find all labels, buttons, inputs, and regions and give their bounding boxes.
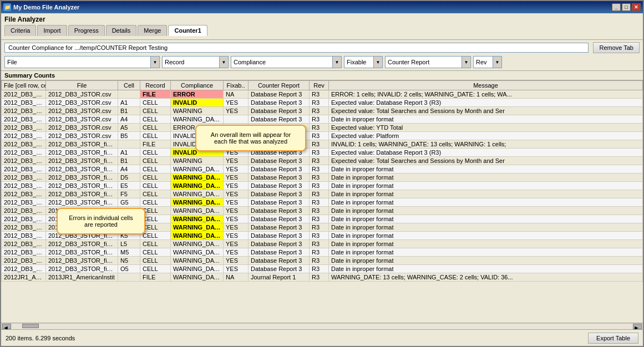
table-cell: CELL: [140, 165, 171, 174]
counter-report-filter-arrow[interactable]: ▼: [462, 57, 470, 68]
table-cell: 2012_DB3_JST...: [2, 190, 46, 198]
table-cell: R3: [310, 157, 329, 165]
tab-import[interactable]: Import: [37, 25, 67, 36]
table-cell: R3: [310, 107, 329, 115]
file-filter-arrow[interactable]: ▼: [150, 57, 159, 68]
table-cell: 2012_DB3_JSTOR.csv: [46, 99, 118, 107]
table-cell: INVALID: [171, 99, 224, 107]
table-row[interactable]: 2012_DB3_JST...2012_DB3_JSTOR.csvA4CELLW…: [2, 115, 643, 124]
table-row[interactable]: 2012_DB3_JST...2012_DB3_JSTOR_fix.csvA4C…: [2, 165, 643, 174]
table-cell: Expected value: Total Searches and Sessi…: [329, 107, 643, 115]
table-cell: M5: [118, 248, 140, 257]
table-cell: 2012_DB3_JST...: [2, 207, 46, 215]
table-cell: WARNING_DATE: [171, 115, 224, 124]
table-cell: FILE: [140, 273, 171, 282]
table-cell: WARNING_DATE: [171, 257, 224, 265]
table-cell: Date in inproper format: [329, 232, 643, 240]
table-row[interactable]: 2012_DB3_JST...2012_DB3_JSTOR.csvB5CELLI…: [2, 132, 643, 140]
fixable-filter-text: Fixable: [344, 58, 373, 67]
table-row[interactable]: 2012_DB3_JST...2012_DB3_JSTOR_fix.csvB1C…: [2, 157, 643, 165]
table-cell: WARNING_DATE: [171, 273, 224, 282]
fixable-filter[interactable]: Fixable ▼: [344, 56, 383, 68]
table-row[interactable]: 2012_DB3_JST...2012_DB3_JSTOR_fix.csvO5C…: [2, 265, 643, 273]
rev-filter[interactable]: Rev ▼: [473, 56, 502, 68]
table-cell: 2012_DB3_JST...: [2, 257, 46, 265]
table-cell: R3: [310, 99, 329, 107]
table-cell: R3: [310, 265, 329, 273]
table-cell: R3: [310, 223, 329, 232]
table-cell: [118, 90, 140, 99]
table-cell: 2012_DB3_JST...: [2, 149, 46, 157]
export-table-button[interactable]: Export Table: [588, 333, 638, 344]
tab-counter1[interactable]: Counter1: [168, 25, 207, 36]
table-row[interactable]: 2012_DB3_JST...2012_DB3_JSTOR_fix.csvFIL…: [2, 140, 643, 149]
table-cell: WARNING_DATE: [171, 223, 224, 232]
table-cell: CELL: [140, 240, 171, 248]
scroll-track[interactable]: [11, 324, 633, 329]
maximize-button[interactable]: □: [622, 3, 631, 11]
col-header-message: Message: [329, 81, 643, 90]
table-row[interactable]: 2012_DB3_JST...2012_DB3_JSTOR_fix.csvM5C…: [2, 248, 643, 257]
tab-criteria[interactable]: Criteria: [4, 25, 36, 36]
table-cell: 2012_DB3_JST...: [2, 232, 46, 240]
table-row[interactable]: 2012_DB3_JST...2012_DB3_JSTOR.csvFILEERR…: [2, 90, 643, 99]
table-cell: 2012_DB3_JST...: [2, 198, 46, 207]
table-cell: R3: [310, 240, 329, 248]
table-row[interactable]: 2012_DB3_JST...2012_DB3_JSTOR.csvB1CELLW…: [2, 107, 643, 115]
close-button[interactable]: ✕: [632, 3, 641, 11]
table-row[interactable]: 2012_DB3_JST...2012_DB3_JSTOR_fix.csvG5C…: [2, 198, 643, 207]
rev-filter-arrow[interactable]: ▼: [493, 57, 501, 68]
table-row[interactable]: 2012JR1_Amer...2013JR1_AmericanInstitFIL…: [2, 273, 643, 282]
record-filter-arrow[interactable]: ▼: [219, 57, 228, 68]
table-row[interactable]: 2012_DB3_JST...2012_DB3_JSTOR.csvA1CELLI…: [2, 99, 643, 107]
table-cell: 2012_DB3_JST...: [2, 157, 46, 165]
table-cell: Date in inproper format: [329, 257, 643, 265]
scroll-right-btn[interactable]: ►: [633, 324, 642, 329]
table-cell: A5: [118, 124, 140, 132]
minimize-button[interactable]: _: [612, 3, 621, 11]
table-cell: 2013JR1_AmericanInstit: [46, 273, 118, 282]
table-cell: 2012_DB3_JSTOR.csv: [46, 90, 118, 99]
table-row[interactable]: 2012_DB3_JST...2012_DB3_JSTOR_fix.csvA1C…: [2, 149, 643, 157]
table-cell: [118, 273, 140, 282]
toolbar-area: File Analyzer Criteria Import Progress D…: [1, 13, 643, 40]
tab-merge[interactable]: Merge: [138, 25, 167, 36]
compliance-filter-arrow[interactable]: ▼: [332, 57, 341, 68]
table-row[interactable]: 2012_DB3_JST...2012_DB3_JSTOR.csvA5CELLE…: [2, 124, 643, 132]
table-cell: Date in inproper format: [329, 165, 643, 174]
table-cell: D5: [118, 174, 140, 182]
fixable-filter-arrow[interactable]: ▼: [373, 57, 382, 68]
tab-progress[interactable]: Progress: [68, 25, 105, 36]
horizontal-scrollbar[interactable]: ◄ ►: [1, 323, 643, 329]
record-filter[interactable]: Record ▼: [162, 56, 229, 68]
compliance-filter[interactable]: Compliance ▼: [231, 56, 342, 68]
remove-tab-button[interactable]: Remove Tab: [593, 42, 640, 53]
table-cell: 2012_DB3_JST...: [2, 132, 46, 140]
path-row: Counter Compliance for .../temp/COUNTER …: [4, 42, 640, 53]
table-row[interactable]: 2012_DB3_JST...2012_DB3_JSTOR_fix.csvN5C…: [2, 257, 643, 265]
table-cell: WARNING_DATE: [171, 240, 224, 248]
table-row[interactable]: 2012_DB3_JST...2012_DB3_JSTOR_fix.csvD5C…: [2, 174, 643, 182]
table-cell: R3: [310, 232, 329, 240]
table-row[interactable]: 2012_DB3_JST...2012_DB3_JSTOR_fix.csvE5C…: [2, 182, 643, 190]
scroll-left-btn[interactable]: ◄: [2, 324, 11, 329]
scroll-thumb[interactable]: [22, 324, 39, 328]
table-cell: ERROR: 1 cells; INVALID: 2 cells; WARNIN…: [329, 90, 643, 99]
counter-report-filter[interactable]: Counter Report ▼: [385, 56, 471, 68]
table-cell: 2012_DB3_JST...: [2, 182, 46, 190]
table-cell: YES: [224, 207, 249, 215]
table-scroll-area[interactable]: File [cell row, ce... File Cell Record C…: [1, 80, 643, 323]
table-row[interactable]: 2012_DB3_JST...2012_DB3_JSTOR_fix.csvL5C…: [2, 240, 643, 248]
table-cell: YES: [224, 248, 249, 257]
table-cell: R3: [310, 182, 329, 190]
table-cell: B5: [118, 132, 140, 140]
table-cell: 2012_DB3_JST...: [2, 124, 46, 132]
table-cell: CELL: [140, 248, 171, 257]
tab-details[interactable]: Details: [106, 25, 137, 36]
tabs-row: Criteria Import Progress Details Merge C…: [4, 25, 640, 36]
table-cell: Database Report 3: [249, 223, 310, 232]
table-row[interactable]: 2012_DB3_JST...2012_DB3_JSTOR_fix.csvF5C…: [2, 190, 643, 198]
table-cell: Database Report 3: [249, 157, 310, 165]
file-filter[interactable]: File ▼: [4, 56, 160, 68]
table-cell: WARNING_DATE: 13 cells; WARNING_CASE: 2 …: [329, 273, 643, 282]
